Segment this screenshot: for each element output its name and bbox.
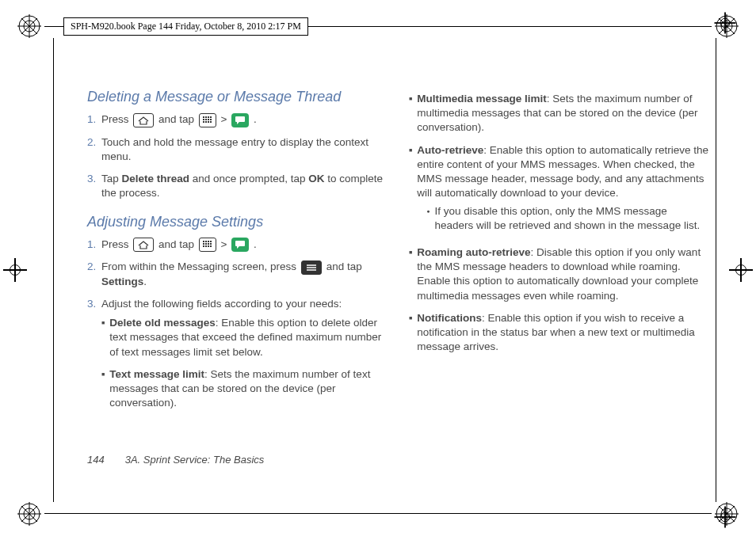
svg-rect-40: [203, 243, 204, 245]
svg-rect-36: [203, 241, 204, 242]
svg-rect-31: [210, 119, 212, 120]
svg-rect-29: [205, 119, 207, 120]
svg-rect-47: [210, 245, 212, 247]
home-button-icon: [133, 113, 154, 127]
svg-rect-26: [208, 116, 209, 118]
bullet-item: Multimedia message limit: Sets the maxim…: [409, 92, 708, 135]
step-text: and tap: [326, 260, 362, 272]
bullet-list: Multimedia message limit: Sets the maxim…: [409, 92, 708, 355]
document-header: SPH-M920.book Page 144 Friday, October 8…: [63, 17, 308, 36]
bold-text: Auto-retrieve: [417, 144, 483, 156]
step-text: and tap: [158, 238, 197, 250]
menu-button-icon: [301, 260, 322, 275]
crop-cross-icon: [729, 258, 753, 282]
step-item: 3. Tap Delete thread and once prompted, …: [87, 172, 387, 200]
page-footer: 144 3A. Sprint Service: The Basics: [87, 454, 264, 466]
step-item: 1. Press and tap >: [87, 112, 387, 127]
body-text: If you disable this option, only the MMS…: [434, 204, 708, 233]
svg-rect-42: [208, 243, 209, 245]
apps-grid-icon: [199, 113, 216, 127]
page-content: Deleting a Message or Message Thread 1. …: [87, 87, 708, 492]
registration-mark-icon: [17, 502, 41, 526]
step-item: 1. Press and tap >: [87, 238, 387, 252]
right-column: Multimedia message limit: Sets the maxim…: [409, 87, 708, 430]
step-text: >: [221, 238, 231, 250]
svg-rect-35: [210, 121, 212, 123]
bold-text: Settings: [101, 276, 143, 287]
sub-bullet-list: If you disable this option, only the MMS…: [417, 204, 708, 233]
bold-text: Delete thread: [122, 173, 190, 184]
registration-mark-icon: [17, 14, 41, 38]
svg-rect-44: [203, 245, 204, 247]
steps-list: 1. Press and tap >: [87, 238, 387, 419]
step-number: 1.: [87, 112, 101, 127]
step-text: and once prompted, tap: [189, 173, 308, 184]
bold-text: Text message limit: [109, 368, 204, 380]
crop-cross-icon: [3, 258, 27, 282]
crop-line: [44, 513, 712, 514]
svg-rect-37: [205, 241, 207, 242]
bold-text: Notifications: [417, 312, 482, 324]
step-item: 2. From within the Messaging screen, pre…: [87, 260, 387, 289]
svg-rect-32: [203, 121, 204, 123]
svg-rect-39: [210, 241, 212, 242]
step-number: 3.: [87, 297, 101, 419]
crop-cross-icon: [715, 13, 736, 34]
crop-line: [716, 38, 716, 502]
step-number: 1.: [87, 238, 101, 252]
crop-line: [53, 38, 54, 502]
step-text: Tap: [101, 173, 122, 184]
svg-rect-30: [208, 119, 209, 120]
crop-cross-icon: [715, 507, 736, 528]
svg-rect-38: [208, 241, 209, 242]
step-text: and tap: [158, 113, 197, 125]
svg-rect-45: [205, 245, 207, 247]
bullet-item: Delete old messages: Enable this option …: [101, 316, 387, 359]
bullet-item: Auto-retrieve: Enable this option to aut…: [409, 143, 708, 238]
footer-title: 3A. Sprint Service: The Basics: [125, 454, 265, 466]
bold-text: Delete old messages: [109, 317, 216, 329]
left-column: Deleting a Message or Message Thread 1. …: [87, 87, 387, 430]
step-text: From within the Messaging screen, press: [101, 260, 300, 272]
svg-rect-25: [205, 116, 207, 118]
step-text: Adjust the following fields according to…: [101, 298, 342, 310]
bullet-list: Delete old messages: Enable this option …: [101, 316, 387, 410]
step-item: 2. Touch and hold the message entry to d…: [87, 135, 387, 164]
messaging-icon: [231, 113, 249, 127]
home-button-icon: [133, 238, 154, 252]
bold-text: OK: [308, 173, 324, 184]
step-text: Press: [101, 238, 132, 250]
svg-rect-24: [203, 116, 204, 118]
bullet-item: Text message limit: Sets the maximum num…: [101, 367, 387, 411]
step-text: .: [254, 113, 257, 125]
svg-rect-46: [208, 245, 209, 247]
bold-text: Roaming auto-retrieve: [417, 246, 530, 258]
step-text: .: [143, 276, 147, 287]
svg-rect-33: [205, 121, 207, 123]
step-text: Touch and hold the message entry to disp…: [101, 135, 387, 164]
svg-rect-43: [210, 243, 212, 245]
svg-rect-27: [210, 116, 212, 118]
step-number: 2.: [87, 135, 101, 164]
step-text: >: [221, 113, 231, 125]
bullet-item: Notifications: Enable this option if you…: [409, 311, 708, 355]
bold-text: Multimedia message limit: [417, 93, 547, 105]
steps-list: 1. Press and tap >: [87, 112, 387, 200]
sub-bullet-item: If you disable this option, only the MMS…: [426, 204, 708, 233]
step-item: 3. Adjust the following fields according…: [87, 297, 387, 419]
step-number: 2.: [87, 260, 101, 289]
step-text: .: [254, 238, 257, 250]
section-heading: Adjusting Message Settings: [87, 212, 387, 231]
messaging-icon: [231, 238, 249, 252]
svg-rect-41: [205, 243, 207, 245]
apps-grid-icon: [199, 238, 216, 252]
bullet-item: Roaming auto-retrieve: Disable this opti…: [409, 245, 708, 303]
step-number: 3.: [87, 172, 101, 200]
svg-rect-28: [203, 119, 204, 120]
section-heading: Deleting a Message or Message Thread: [87, 87, 387, 106]
step-text: Press: [101, 113, 132, 125]
svg-rect-34: [208, 121, 209, 123]
page-number: 144: [87, 454, 105, 466]
